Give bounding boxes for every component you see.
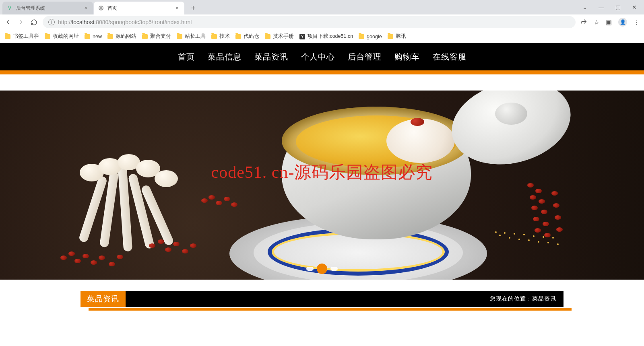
bookmark-item[interactable]: 站长工具 <box>177 33 206 40</box>
browser-toolbar: i http://localhost:8080/springbootc3op5/… <box>0 14 644 30</box>
nav-news[interactable]: 菜品资讯 <box>254 51 288 62</box>
nav-support[interactable]: 在线客服 <box>433 51 466 62</box>
folder-icon <box>107 34 113 39</box>
folder-icon <box>265 34 270 39</box>
url-bar[interactable]: i http://localhost:8080/springbootc3op5/… <box>43 16 576 28</box>
forward-button[interactable] <box>17 18 25 26</box>
accent-strip <box>0 70 644 74</box>
chevron-down-icon[interactable]: ⌄ <box>582 4 587 10</box>
profile-avatar[interactable]: 👤 <box>618 18 627 27</box>
breadcrumb-current[interactable]: 菜品资讯 <box>532 295 556 302</box>
section-underline <box>89 308 572 311</box>
section-bar: 菜品资讯 您现在的位置：菜品资讯 <box>80 291 564 307</box>
hero-carousel[interactable]: code51. cn-源码乐园盗图必究 <box>0 91 644 280</box>
bookmark-item[interactable]: new <box>85 34 102 39</box>
folder-icon <box>45 34 50 39</box>
favicon-1 <box>98 5 104 11</box>
folder-icon <box>211 34 217 39</box>
reload-button[interactable] <box>30 18 38 26</box>
section-header: 菜品资讯 您现在的位置：菜品资讯 <box>80 291 564 311</box>
browser-tab-strip: V 后台管理系统 × 首页 × + ⌄ — ▢ ✕ <box>0 0 644 14</box>
breadcrumb: 您现在的位置：菜品资讯 <box>490 295 556 303</box>
folder-icon <box>5 34 10 39</box>
folder-icon <box>359 34 364 39</box>
url-text: http://localhost:8080/springbootc3op5/fr… <box>58 19 192 25</box>
site-info-icon[interactable]: i <box>48 19 55 25</box>
bookmark-item[interactable]: 技术 <box>211 33 230 40</box>
nav-cart[interactable]: 购物车 <box>394 51 420 62</box>
bookmark-item[interactable]: google <box>359 34 382 39</box>
favicon-0: V <box>6 5 13 11</box>
page-body: 首页 菜品信息 菜品资讯 个人中心 后台管理 购物车 在线客服 <box>0 43 644 346</box>
bookmark-item[interactable]: 书签工具栏 <box>5 33 39 40</box>
hero-lid-knob <box>495 103 527 125</box>
back-button[interactable] <box>4 18 12 26</box>
goji-berry <box>411 118 424 126</box>
carousel-indicators <box>306 264 338 274</box>
menu-icon[interactable]: ⋮ <box>634 19 640 26</box>
main-nav: 首页 菜品信息 菜品资讯 个人中心 后台管理 购物车 在线客服 <box>0 43 644 70</box>
folder-icon <box>235 34 241 39</box>
carousel-dot-0[interactable] <box>306 267 314 271</box>
section-tag: 菜品资讯 <box>80 291 126 307</box>
goji-cluster <box>60 251 141 276</box>
new-tab-button[interactable]: + <box>188 2 199 14</box>
folder-icon <box>142 34 148 39</box>
nav-dishes[interactable]: 菜品信息 <box>208 51 242 62</box>
bookmark-item[interactable]: Y项目下载:code51.cn <box>299 33 353 40</box>
folder-icon <box>177 34 182 39</box>
close-icon[interactable]: × <box>83 5 89 11</box>
bookmarks-bar: 书签工具栏 收藏的网址 new 源码网站 聚合支付 站长工具 技术 代码仓 技术… <box>0 30 644 43</box>
close-icon[interactable]: × <box>174 5 180 11</box>
minimize-icon[interactable]: — <box>599 4 604 10</box>
bookmark-item[interactable]: 收藏的网址 <box>45 33 79 40</box>
close-window-icon[interactable]: ✕ <box>632 4 637 10</box>
bookmark-item[interactable]: 源码网站 <box>107 33 136 40</box>
extension-icon: Y <box>299 34 305 39</box>
goji-cluster <box>201 195 250 215</box>
carousel-dot-1[interactable] <box>317 264 327 274</box>
bookmark-star-icon[interactable]: ☆ <box>594 19 599 26</box>
bookmark-item[interactable]: 腾讯 <box>388 33 406 40</box>
goji-cluster <box>149 239 221 264</box>
nav-admin[interactable]: 后台管理 <box>348 51 382 62</box>
breadcrumb-prefix: 您现在的位置： <box>490 295 532 302</box>
bookmark-item[interactable]: 代码仓 <box>235 33 259 40</box>
carousel-dot-2[interactable] <box>330 267 338 271</box>
bookmark-item[interactable]: 聚合支付 <box>142 33 171 40</box>
bookmark-item[interactable]: 技术手册 <box>265 33 294 40</box>
folder-icon <box>85 34 90 39</box>
nav-home[interactable]: 首页 <box>178 51 195 62</box>
nav-profile[interactable]: 个人中心 <box>301 51 335 62</box>
window-controls: ⌄ — ▢ ✕ <box>582 0 644 14</box>
tab-title-1: 首页 <box>107 5 174 12</box>
browser-tab-0[interactable]: V 后台管理系统 × <box>2 2 93 14</box>
share-icon[interactable] <box>580 18 587 27</box>
browser-tab-1[interactable]: 首页 × <box>94 2 184 14</box>
watermark-text: code51. cn-源码乐园盗图必究 <box>211 161 433 183</box>
extensions-icon[interactable]: ▣ <box>606 19 612 26</box>
maximize-icon[interactable]: ▢ <box>615 4 621 10</box>
grain-cluster <box>495 231 596 280</box>
folder-icon <box>388 34 393 39</box>
tab-title-0: 后台管理系统 <box>16 5 83 12</box>
